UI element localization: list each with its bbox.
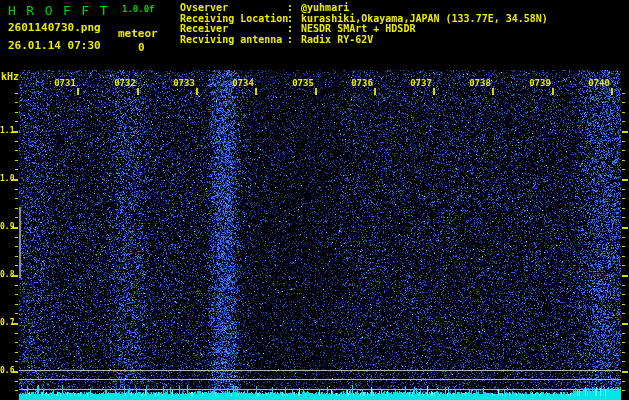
info-value: Radix RY-62V [301,34,373,45]
freq-tick-right [622,256,625,257]
freq-tick-left [15,342,18,343]
freq-tick-label: 0.9 [0,223,14,231]
freq-tick-right [622,361,625,362]
freq-tick-left [15,102,18,103]
freq-tick-right [622,285,625,286]
freq-tick-right [622,227,628,229]
freq-tick-left [15,294,18,295]
freq-tick-left [15,256,18,257]
freq-tick-left [15,141,18,142]
freq-tick-right [622,237,625,238]
freq-tick-right [622,381,625,382]
time-tick [315,88,317,95]
freq-tick-right [622,169,625,170]
observer-info-row: Ovserver:@yuhmari [180,2,548,13]
freq-tick-right [622,304,625,305]
freq-tick-right [622,208,625,209]
freq-tick-right [622,160,625,161]
freq-tick-left [15,198,18,199]
time-tick-label: 0731 [52,79,78,88]
info-label: Receiving Location [180,13,287,24]
time-tick [552,88,554,95]
time-tick-label: 0732 [112,79,138,88]
time-tick [196,88,198,95]
time-tick [77,88,79,95]
freq-tick-right [622,121,625,122]
time-tick-label: 0736 [349,79,375,88]
freq-tick-left [15,246,18,247]
observer-info-block: Ovserver:@yuhmariReceiving Location:kura… [180,2,548,45]
freq-tick-left [15,265,18,266]
freq-tick-right [622,198,625,199]
observation-datetime: 26.01.14 07:30 [8,40,101,51]
freq-tick-left [15,208,18,209]
freq-tick-label: 0.6 [0,367,14,375]
freq-tick-right [622,112,625,113]
time-tick-label: 0734 [230,79,256,88]
time-tick [137,88,139,95]
freq-tick-left [15,160,18,161]
time-tick-label: 0737 [408,79,434,88]
time-tick-label: 0740 [586,79,612,88]
freq-tick-left [15,352,18,353]
app-version: 1.0.0f [122,5,155,14]
freq-tick-left [15,169,18,170]
freq-tick-right [622,131,628,133]
info-colon: : [287,13,293,24]
freq-tick-left [15,217,18,218]
freq-tick-left [15,390,18,391]
freq-tick-left [15,150,18,151]
freq-tick-label: 0.7 [0,319,14,327]
time-tick [374,88,376,95]
time-tick [433,88,435,95]
freq-tick-right [622,275,628,277]
freq-tick-label: 1.0 [0,175,14,183]
info-colon: : [287,23,293,34]
info-value: @yuhmari [301,2,349,13]
freq-tick-right [622,333,625,334]
freq-tick-right [622,294,625,295]
time-tick [255,88,257,95]
freq-tick-left [15,189,18,190]
freq-tick-left [15,304,18,305]
freq-tick-right [622,246,625,247]
info-value: kurashiki,Okayama,JAPAN (133.77E, 34.58N… [301,13,548,24]
observer-info-row: Receiver:NESDR SMArt + HDSDR [180,23,548,34]
freq-tick-left [15,237,18,238]
freq-tick-right [622,102,625,103]
mode-label: meteor [118,28,158,39]
freq-tick-left [15,121,18,122]
freq-tick-right [622,313,625,314]
info-colon: : [287,34,293,45]
time-tick [492,88,494,95]
output-filename: 2601140730.png [8,22,101,33]
hrofft-window: HROFFT 1.0.0f 2601140730.png meteor 26.0… [0,0,629,400]
freq-tick-left [15,93,18,94]
time-tick-label: 0738 [467,79,493,88]
freq-tick-right [622,179,628,181]
meteor-echo-count: 0 [138,42,145,53]
observer-info-row: Recviving antenna:Radix RY-62V [180,34,548,45]
freq-tick-right [622,265,625,266]
freq-tick-left [15,112,18,113]
freq-tick-left [15,333,18,334]
freq-tick-left [15,381,18,382]
info-colon: : [287,2,293,13]
app-title: HROFFT [8,4,118,17]
observer-info-row: Receiving Location:kurashiki,Okayama,JAP… [180,13,548,24]
freq-tick-left [15,313,18,314]
freq-tick-left [15,285,18,286]
time-tick-label: 0739 [527,79,553,88]
freq-tick-label: 0.8 [0,271,14,279]
freq-tick-right [622,189,625,190]
freq-tick-right [622,141,625,142]
freq-tick-label: 1.1 [0,127,14,135]
freq-tick-right [622,217,625,218]
info-label: Recviving antenna [180,34,287,45]
info-label: Receiver [180,23,287,34]
time-tick [611,88,613,95]
spectrogram-canvas [0,0,629,400]
freq-axis-unit: kHz [1,72,19,82]
time-tick-label: 0733 [171,79,197,88]
freq-tick-right [622,150,625,151]
